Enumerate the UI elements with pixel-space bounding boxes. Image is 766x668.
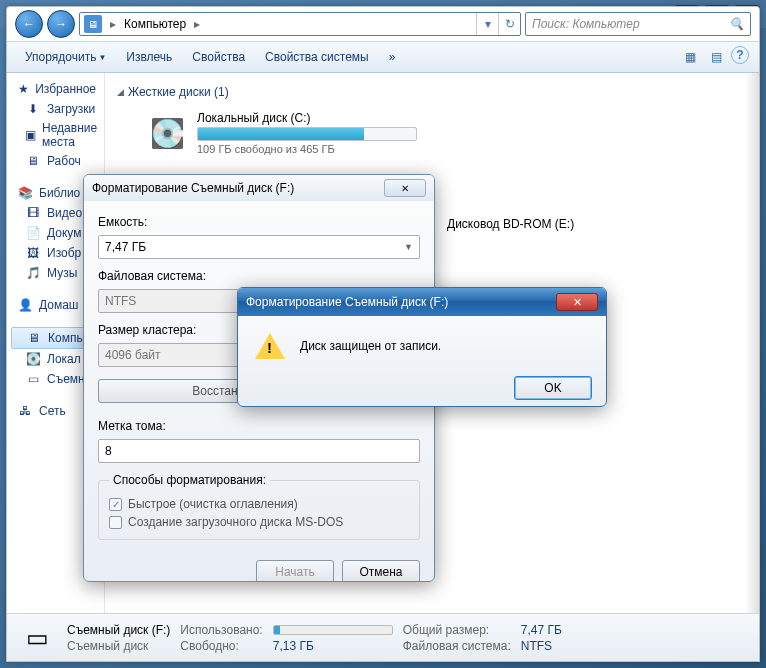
status-sub: Съемный диск (67, 639, 170, 653)
usb-icon: ▭ (25, 371, 41, 387)
checkbox-icon: ✓ (109, 498, 122, 511)
volume-label-label: Метка тома: (98, 419, 420, 433)
breadcrumb-computer[interactable]: Компьютер (120, 17, 190, 31)
back-button[interactable]: ← (15, 10, 43, 38)
crumb-sep-icon: ▸ (190, 17, 204, 31)
removable-disk-icon: ▭ (19, 620, 55, 656)
alert-close-button[interactable]: ✕ (556, 293, 598, 311)
format-close-button[interactable]: ✕ (384, 179, 426, 197)
crumb-sep-icon: ▸ (106, 17, 120, 31)
bdrom-name: Дисковод BD-ROM (E:) (447, 217, 747, 231)
desktop-icon: 🖥 (25, 153, 41, 169)
sidebar-item-downloads[interactable]: ⬇Загрузки (7, 99, 104, 119)
view-icon[interactable]: ▦ (679, 46, 701, 68)
cancel-button[interactable]: Отмена (342, 560, 420, 582)
organize-menu[interactable]: Упорядочить▼ (17, 46, 114, 68)
pane-icon[interactable]: ▤ (705, 46, 727, 68)
forward-button[interactable]: → (47, 10, 75, 38)
properties-button[interactable]: Свойства (184, 46, 253, 68)
status-title: Съемный диск (F:) (67, 623, 170, 637)
status-fs: NTFS (521, 639, 562, 653)
document-icon: 📄 (25, 225, 41, 241)
start-button[interactable]: Начать (256, 560, 334, 582)
msdos-boot-checkbox[interactable]: Создание загрузочного диска MS-DOS (109, 513, 409, 531)
status-free-label: Свободно: (180, 639, 262, 653)
download-icon: ⬇ (25, 101, 41, 117)
system-properties-button[interactable]: Свойства системы (257, 46, 377, 68)
home-icon: 👤 (17, 297, 33, 313)
status-used-label: Использовано: (180, 623, 262, 637)
hdd-section-header[interactable]: ◢Жесткие диски (1) (117, 81, 747, 103)
format-options-legend: Способы форматирования: (109, 473, 270, 487)
search-placeholder: Поиск: Компьютер (532, 17, 640, 31)
checkbox-icon (109, 516, 122, 529)
star-icon: ★ (17, 81, 29, 97)
address-dropdown-button[interactable]: ▾ (476, 13, 498, 35)
video-icon: 🎞 (25, 205, 41, 221)
status-total-label: Общий размер: (403, 623, 511, 637)
extract-button[interactable]: Извлечь (118, 46, 180, 68)
sidebar-item-desktop[interactable]: 🖥Рабоч (7, 151, 104, 171)
network-icon: 🖧 (17, 403, 33, 419)
collapse-icon: ◢ (117, 87, 124, 97)
capacity-label: Емкость: (98, 215, 420, 229)
music-icon: 🎵 (25, 265, 41, 281)
sidebar-item-recent[interactable]: ▣Недавние места (7, 119, 104, 151)
disk-icon: 💽 (25, 351, 41, 367)
address-bar[interactable]: 🖥 ▸ Компьютер ▸ ▾ ↻ (79, 12, 521, 36)
toolbar: Упорядочить▼ Извлечь Свойства Свойства с… (7, 41, 759, 73)
chevron-down-icon: ▼ (404, 242, 413, 252)
hdd-icon: 💽 (147, 113, 187, 153)
status-free: 7,13 ГБ (273, 639, 393, 653)
capacity-select[interactable]: 7,47 ГБ▼ (98, 235, 420, 259)
drive-c[interactable]: 💽 Локальный диск (C:) 109 ГБ свободно из… (117, 103, 747, 163)
warning-icon (254, 330, 286, 362)
computer-icon: 🖥 (84, 15, 102, 33)
drive-c-progress (197, 127, 417, 141)
ok-button[interactable]: OK (514, 376, 592, 400)
format-dialog-title: Форматирование Съемный диск (F:) (92, 181, 294, 195)
drive-c-free: 109 ГБ свободно из 465 ГБ (197, 143, 497, 155)
refresh-button[interactable]: ↻ (498, 13, 520, 35)
picture-icon: 🖼 (25, 245, 41, 261)
computer-icon: 🖥 (26, 330, 42, 346)
drive-c-name: Локальный диск (C:) (197, 111, 497, 125)
volume-label-input[interactable]: 8 (98, 439, 420, 463)
library-icon: 📚 (17, 185, 33, 201)
status-bar: ▭ Съемный диск (F:) Использовано: Общий … (7, 613, 759, 661)
status-used-progress (273, 625, 393, 635)
quick-format-checkbox[interactable]: ✓Быстрое (очистка оглавления) (109, 495, 409, 513)
search-icon: 🔍 (729, 17, 744, 31)
sidebar-favorites[interactable]: ★Избранное (7, 79, 104, 99)
more-button[interactable]: » (381, 46, 404, 68)
alert-message: Диск защищен от записи. (300, 339, 441, 353)
status-fs-label: Файловая система: (403, 639, 511, 653)
help-icon[interactable]: ? (731, 46, 749, 64)
status-total: 7,47 ГБ (521, 623, 562, 637)
alert-dialog: Форматирование Съемный диск (F:) ✕ Диск … (237, 287, 607, 407)
alert-title: Форматирование Съемный диск (F:) (246, 295, 448, 309)
fs-label: Файловая система: (98, 269, 420, 283)
recent-icon: ▣ (25, 127, 36, 143)
search-input[interactable]: Поиск: Компьютер 🔍 (525, 12, 751, 36)
